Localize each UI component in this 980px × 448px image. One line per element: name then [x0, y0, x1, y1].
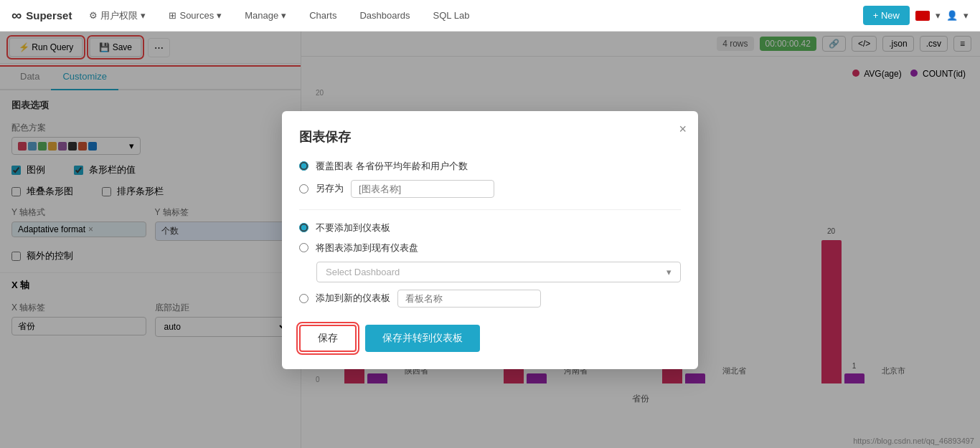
- brand: ∞ Superset: [11, 7, 72, 24]
- add-new-radio[interactable]: [299, 294, 308, 303]
- save-as-radio-row: 另存为: [299, 180, 681, 198]
- overwrite-radio-group: 覆盖图表 各省份平均年龄和用户个数 另存为: [299, 160, 681, 198]
- nav-user-permissions[interactable]: ⚙ 用户权限 ▾: [83, 9, 151, 22]
- add-existing-label: 将图表添加到现有仪表盘: [316, 242, 418, 254]
- content: ⚡ Run Query 💾 Save ⋯ Data Customize 图表选项…: [0, 32, 980, 448]
- modal-overlay[interactable]: 图表保存 × 覆盖图表 各省份平均年龄和用户个数 另存为 不: [0, 32, 980, 448]
- language-flag[interactable]: [915, 11, 930, 21]
- modal-close-button[interactable]: ×: [679, 123, 687, 135]
- modal-title: 图表保存: [299, 128, 681, 146]
- add-new-dashboard-row: 添加到新的仪表板: [299, 290, 681, 308]
- logo-icon: ∞: [11, 7, 22, 24]
- grid-icon: ⊞: [169, 10, 176, 21]
- add-existing-radio-row: 将图表添加到现有仪表盘: [299, 242, 681, 254]
- nav-charts[interactable]: Charts: [303, 10, 342, 21]
- nav-sql-lab[interactable]: SQL Lab: [428, 10, 476, 21]
- new-button[interactable]: + New: [863, 6, 910, 25]
- chevron-down-icon: ▾: [281, 10, 286, 21]
- save-chart-modal: 图表保存 × 覆盖图表 各省份平均年龄和用户个数 另存为 不: [282, 111, 698, 369]
- chevron-down-icon: ▾: [217, 10, 222, 21]
- modal-save-button[interactable]: 保存: [299, 325, 357, 352]
- no-dashboard-radio-row: 不要添加到仪表板: [299, 221, 681, 234]
- dashboard-radio-group: 不要添加到仪表板 将图表添加到现有仪表盘 Select Dashboard ▾ …: [299, 221, 681, 308]
- nav-sources[interactable]: ⊞ Sources ▾: [163, 10, 227, 21]
- chevron-down-icon: ▾: [666, 267, 672, 277]
- navbar-right: + New ▾ 👤 ▾: [863, 6, 969, 25]
- modal-footer: 保存 保存并转到仪表板: [299, 325, 681, 352]
- gear-icon: ⚙: [89, 10, 98, 21]
- chevron-down-icon: ▾: [141, 10, 146, 21]
- chevron-down-icon: ▾: [936, 10, 941, 21]
- save-as-radio[interactable]: [299, 184, 308, 194]
- add-existing-radio[interactable]: [299, 243, 308, 252]
- save-as-label: 另存为: [316, 182, 344, 195]
- overwrite-label: 覆盖图表 各省份平均年龄和用户个数: [316, 160, 468, 173]
- dashboard-select[interactable]: Select Dashboard ▾: [316, 262, 681, 282]
- nav-dashboards[interactable]: Dashboards: [354, 10, 415, 21]
- overwrite-radio[interactable]: [299, 161, 308, 171]
- add-new-label: 添加到新的仪表板: [316, 292, 390, 305]
- new-dashboard-input[interactable]: [397, 290, 541, 308]
- chevron-down-icon: ▾: [963, 10, 969, 21]
- no-dashboard-radio[interactable]: [299, 223, 308, 232]
- modal-save-go-button[interactable]: 保存并转到仪表板: [365, 325, 480, 352]
- modal-divider: [299, 209, 681, 210]
- user-icon[interactable]: 👤: [946, 10, 958, 21]
- select-placeholder: Select Dashboard: [326, 267, 400, 277]
- brand-name: Superset: [26, 9, 72, 22]
- save-as-input[interactable]: [351, 180, 494, 198]
- no-dashboard-label: 不要添加到仪表板: [316, 221, 390, 234]
- overwrite-radio-row: 覆盖图表 各省份平均年龄和用户个数: [299, 160, 681, 173]
- nav-manage[interactable]: Manage ▾: [239, 10, 292, 21]
- navbar: ∞ Superset ⚙ 用户权限 ▾ ⊞ Sources ▾ Manage ▾…: [0, 0, 980, 32]
